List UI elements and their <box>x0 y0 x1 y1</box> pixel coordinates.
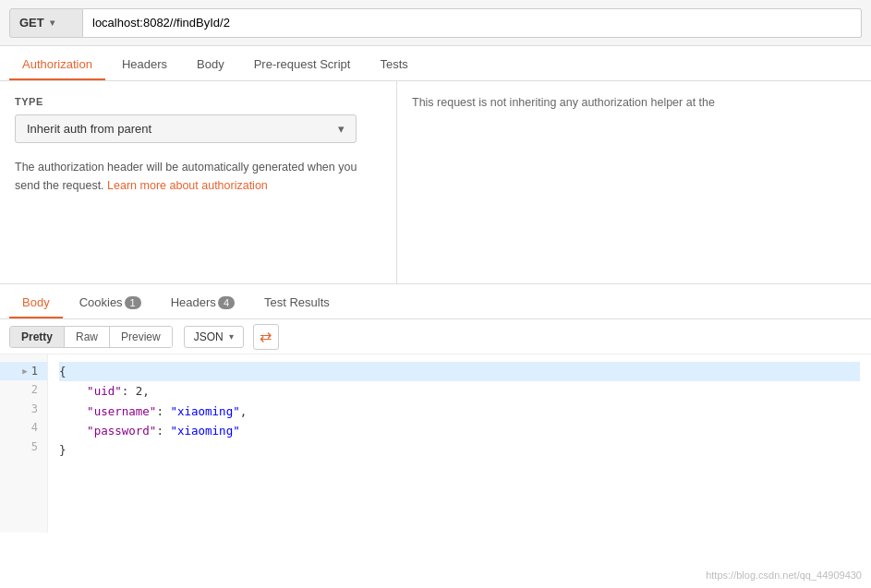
response-tabs: Body Cookies1 Headers4 Test Results <box>0 284 871 319</box>
auth-description: The authorization header will be automat… <box>15 158 381 195</box>
type-select[interactable]: Inherit auth from parent ▾ <box>15 114 357 143</box>
wrap-icon: ⇄ <box>260 328 272 345</box>
code-line-2: "uid": 2, <box>59 381 860 401</box>
format-raw-button[interactable]: Raw <box>65 327 110 347</box>
url-input[interactable] <box>83 8 862 38</box>
auth-panel: TYPE Inherit auth from parent ▾ The auth… <box>0 81 871 284</box>
type-label: TYPE <box>15 96 381 107</box>
line-number-2: 2 <box>0 380 47 399</box>
url-bar: GET ▾ <box>0 0 871 46</box>
response-tab-cookies[interactable]: Cookies1 <box>67 288 154 318</box>
json-format-select[interactable]: JSON ▾ <box>184 326 244 348</box>
line-numbers: ▶1 2 3 4 5 <box>0 354 48 533</box>
line-number-1: ▶1 <box>0 362 47 380</box>
auth-left: TYPE Inherit auth from parent ▾ The auth… <box>0 81 397 283</box>
code-line-5: } <box>59 440 860 460</box>
wrap-button[interactable]: ⇄ <box>253 324 279 350</box>
json-format-label: JSON <box>194 330 224 343</box>
format-group: Pretty Raw Preview <box>9 326 173 348</box>
response-toolbar: Pretty Raw Preview JSON ▾ ⇄ <box>0 319 871 354</box>
tab-pre-request-script[interactable]: Pre-request Script <box>241 50 364 80</box>
code-line-4: "password": "xiaoming" <box>59 421 860 440</box>
tab-authorization[interactable]: Authorization <box>9 50 105 80</box>
learn-more-link[interactable]: Learn more about authorization <box>107 179 268 192</box>
auth-right-text: This request is not inheriting any autho… <box>412 96 715 109</box>
code-area: ▶1 2 3 4 5 { "uid": 2, "username": "xiao… <box>0 354 871 533</box>
json-chevron-icon: ▾ <box>229 331 234 342</box>
tab-headers[interactable]: Headers <box>109 50 180 80</box>
auth-right: This request is not inheriting any autho… <box>397 81 871 283</box>
method-chevron-icon: ▾ <box>50 18 54 28</box>
code-line-3: "username": "xiaoming", <box>59 402 860 421</box>
method-label: GET <box>19 16 44 30</box>
method-selector[interactable]: GET ▾ <box>9 8 83 38</box>
watermark: https://blog.csdn.net/qq_44909430 <box>706 570 862 581</box>
format-preview-button[interactable]: Preview <box>110 327 172 347</box>
tab-body[interactable]: Body <box>184 50 237 80</box>
line-number-5: 5 <box>0 438 47 456</box>
format-pretty-button[interactable]: Pretty <box>10 327 65 347</box>
headers-badge: 4 <box>218 296 235 309</box>
tab-tests[interactable]: Tests <box>367 50 420 80</box>
response-tab-body[interactable]: Body <box>9 288 63 318</box>
request-tabs: Authorization Headers Body Pre-request S… <box>0 46 871 81</box>
code-content[interactable]: { "uid": 2, "username": "xiaoming", "pas… <box>48 354 871 533</box>
response-tab-headers[interactable]: Headers4 <box>158 288 248 318</box>
line-number-3: 3 <box>0 400 47 418</box>
type-chevron-icon: ▾ <box>338 122 345 136</box>
response-tab-test-results[interactable]: Test Results <box>251 288 343 318</box>
type-select-value: Inherit auth from parent <box>27 122 151 136</box>
line-number-4: 4 <box>0 418 47 437</box>
cookies-badge: 1 <box>125 296 141 309</box>
code-line-1: { <box>59 362 860 381</box>
